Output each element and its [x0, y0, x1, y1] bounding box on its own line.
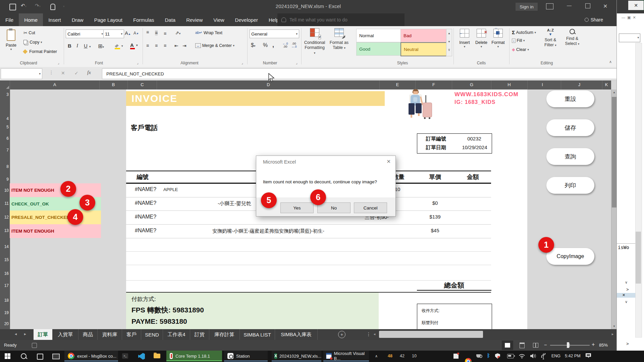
normal-view-button[interactable] [502, 341, 513, 350]
number-format-combo[interactable]: General▾ [250, 29, 299, 38]
col-header-k[interactable]: K [601, 82, 611, 87]
find-select-button[interactable]: Find &Select ▾ [562, 28, 582, 60]
formula-input[interactable]: PRESALE_NOT_CHECKED [102, 68, 619, 79]
table-cell-name[interactable]: -小獅王-嬰兒乾 [218, 200, 251, 207]
format-as-table-button[interactable]: Format asTable ▾ [328, 28, 350, 60]
font-family-combo[interactable]: Calibri▾ [66, 29, 105, 38]
row-header[interactable]: 12 [0, 215, 9, 220]
tab-view[interactable]: View [208, 13, 229, 26]
collapse-ribbon-icon[interactable]: ∧ [609, 60, 612, 64]
sheet-nav-left-icon[interactable]: ◄ [14, 332, 17, 336]
font-dialog-launcher[interactable]: ⌟ [137, 61, 139, 65]
sheet-tab-gongzuobiao4[interactable]: 工作表4 [163, 329, 190, 340]
vbe-chevron-down2-icon[interactable]: ∨ [625, 300, 628, 304]
orientation-icon[interactable]: ⇗▾ [175, 30, 180, 36]
fill-color-button[interactable]: ▾ [115, 44, 119, 49]
col-header-g[interactable]: G [467, 82, 477, 87]
table-cell-name[interactable]: APPLE [163, 187, 178, 192]
col-header-b[interactable]: B [108, 82, 118, 87]
insert-function-icon[interactable]: fx [87, 70, 91, 75]
sheet-tab-send[interactable]: SEND [141, 329, 163, 340]
status-cell-neutral[interactable]: PRESALE_NOT_CHECKED [10, 210, 101, 224]
sign-in-button[interactable]: Sign in [516, 3, 538, 11]
row-header[interactable]: 9 [0, 177, 9, 182]
tab-developer[interactable]: Developer [230, 13, 263, 26]
tray-usb-icon[interactable] [541, 353, 546, 359]
tray-speaker-icon[interactable] [530, 353, 537, 359]
save-record-button[interactable]: 儲存 [546, 119, 594, 136]
select-all-corner[interactable] [0, 80, 10, 89]
taskbar-vb-window[interactable]: Microsoft Visual B... [323, 351, 369, 361]
vbe-combo-box[interactable]: ▾ [619, 34, 640, 42]
col-header-h[interactable]: H [504, 82, 514, 87]
sheet-tab-kucunjisuan[interactable]: 庫存計算 [209, 329, 240, 340]
zoom-in-icon[interactable]: + [592, 342, 595, 348]
page-break-view-button[interactable] [530, 341, 541, 350]
percent-button[interactable]: % [263, 42, 268, 48]
underline-caret[interactable]: ▾ [89, 45, 91, 48]
tab-data[interactable]: Data [159, 13, 181, 26]
row-header[interactable]: 19 [0, 310, 9, 315]
scroll-up-icon[interactable]: ▲ [613, 91, 615, 94]
cancel-button[interactable]: Cancel [354, 202, 387, 213]
action-center-icon[interactable] [586, 353, 591, 358]
row-header[interactable]: 8 [0, 164, 9, 169]
decrease-indent-icon[interactable]: ⇤ [174, 43, 178, 48]
sheet-tab-dingdan[interactable]: 訂單 [34, 329, 52, 341]
wrap-text-button[interactable]: ab↵ Wrap Text [195, 30, 222, 35]
tab-formulas[interactable]: Formulas [128, 13, 160, 26]
col-header-c[interactable]: C [137, 82, 147, 87]
conditional-formatting-button[interactable]: ≠ ConditionalFormatting ▾ [304, 28, 326, 60]
yes-button[interactable]: Yes [280, 202, 314, 213]
col-header-d[interactable]: D [263, 82, 273, 87]
increase-decimal-button[interactable]: ←.0.00 [282, 42, 288, 48]
sheet-tab-ruhuodan[interactable]: 入貨單 [53, 329, 78, 340]
tray-defender-icon[interactable] [495, 353, 500, 359]
tray-cup-icon[interactable] [476, 354, 481, 358]
scroll-down-icon[interactable]: ▼ [613, 325, 615, 328]
format-cells-button[interactable]: ↔ Format▾ [490, 29, 506, 48]
macro-record-icon[interactable] [32, 343, 37, 348]
taskbar-coretemp-window[interactable]: Core Temp 1.18.1 [166, 351, 222, 361]
row-header[interactable]: 5 [0, 125, 9, 129]
row-header[interactable]: 14 [0, 244, 9, 249]
align-center-icon[interactable]: ≡ [155, 43, 158, 48]
table-cell-name[interactable]: 安撫奶嘴-小獅王-蘊蜜超柔拇指安撫奶嘴(晨藍)-初生- [199, 228, 337, 234]
table-row[interactable]: #NAME? [135, 228, 156, 234]
hscroll-right-icon[interactable]: ► [611, 333, 614, 336]
row-header[interactable]: 6 [0, 136, 9, 141]
font-color-button[interactable]: A▾ [130, 42, 134, 48]
row-header[interactable]: 16 [0, 271, 9, 276]
font-size-combo[interactable]: 11▾ [103, 29, 124, 38]
query-button[interactable]: 查詢 [546, 148, 594, 165]
row-header[interactable]: 11 [0, 201, 9, 206]
name-box[interactable]: ▾ [1, 68, 42, 79]
sheet-tab-ziliaoku[interactable]: 資料庫 [98, 329, 122, 340]
vbe-scrollbar-thumb[interactable] [636, 232, 641, 284]
vbe-expand-icon[interactable]: > [626, 287, 629, 292]
increase-indent-icon[interactable]: ⇥ [182, 43, 186, 48]
scrollbar-thumb[interactable] [612, 97, 617, 207]
comma-button[interactable]: , [272, 42, 274, 49]
styles-gallery-scroll[interactable]: ▲▼⊽ [446, 29, 452, 56]
tab-home[interactable]: Home [19, 13, 43, 26]
clear-button[interactable]: ◆ Clear ▾ [512, 47, 529, 52]
bold-button[interactable]: B [68, 43, 71, 49]
hscroll-left-icon[interactable]: ◄ [373, 333, 376, 336]
row-header[interactable]: 18 [0, 298, 9, 303]
row-header[interactable]: 3 [0, 92, 9, 97]
delete-cells-button[interactable]: ✕ Delete▾ [474, 29, 489, 48]
number-dialog-launcher[interactable]: ⌟ [296, 61, 298, 65]
task-view-icon[interactable] [37, 354, 43, 360]
table-row[interactable]: #NAME? [135, 186, 156, 192]
vbe-close-button[interactable]: ✕ [628, 1, 644, 10]
sheet-tab-simba-list[interactable]: SIMBA LIST [240, 329, 275, 340]
horizontal-scrollbar-thumb[interactable] [379, 331, 483, 338]
tell-me-input[interactable] [289, 17, 391, 23]
console-icon[interactable]: >_ [122, 353, 128, 359]
tray-expand-icon[interactable]: ∧ [375, 354, 378, 358]
row-header[interactable]: 15 [0, 257, 9, 262]
fill-button[interactable]: ↓ Fill ▾ [512, 38, 525, 43]
col-header-f[interactable]: F [429, 82, 439, 87]
language-indicator[interactable]: ENG [551, 354, 560, 358]
